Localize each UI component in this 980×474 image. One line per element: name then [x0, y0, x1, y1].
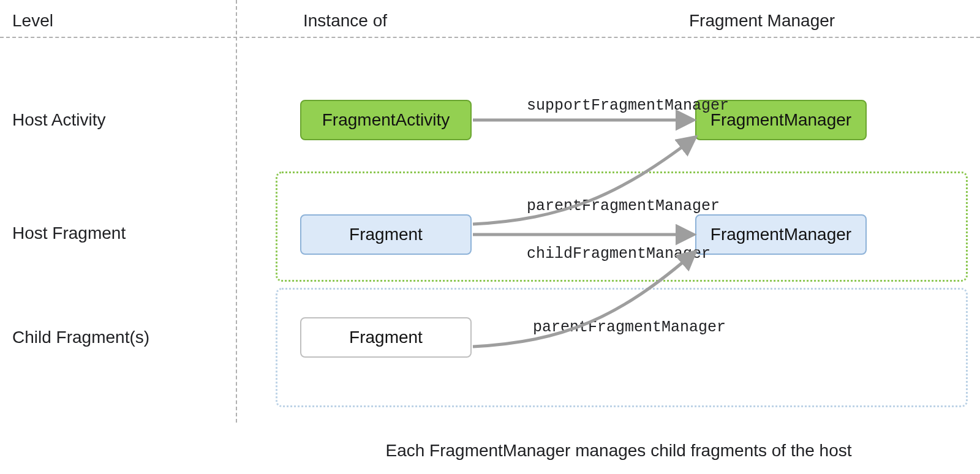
arrow-label-parent-fm-1: parentFragmentManager [527, 197, 720, 215]
arrow-label-child-fm: childFragmentManager [527, 245, 710, 263]
header-level: Level [12, 11, 53, 31]
box-fragment-host: Fragment [300, 214, 472, 255]
arrow-label-parent-fm-2: parentFragmentManager [533, 318, 726, 336]
level-host-fragment: Host Fragment [12, 224, 126, 243]
diagram-stage: Level Instance of Fragment Manager Host … [0, 0, 980, 474]
header-instance-of: Instance of [303, 11, 387, 31]
level-column-divider [236, 0, 237, 423]
arrow-label-support-fm: supportFragmentManager [527, 97, 729, 115]
box-fragment-activity: FragmentActivity [300, 100, 472, 140]
level-child-fragments: Child Fragment(s) [12, 328, 149, 347]
box-fragment-manager-mid: FragmentManager [695, 214, 867, 255]
header-divider [0, 37, 980, 38]
diagram-caption: Each FragmentManager manages child fragm… [328, 441, 910, 461]
level-host-activity: Host Activity [12, 110, 105, 130]
box-fragment-child: Fragment [300, 317, 472, 358]
header-fragment-manager: Fragment Manager [689, 11, 835, 31]
